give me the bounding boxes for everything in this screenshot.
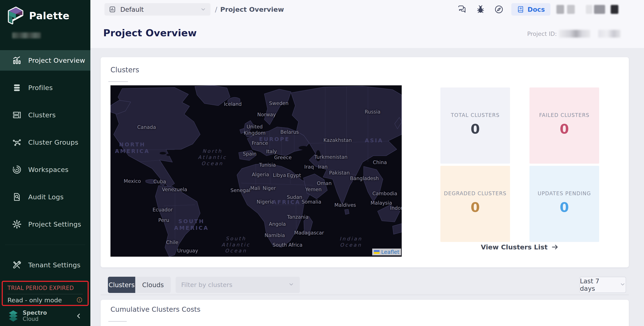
doc-search-icon (12, 192, 22, 202)
redacted-chip (567, 5, 575, 14)
redacted-project-id-2 (598, 30, 620, 37)
redacted-chip (586, 5, 592, 14)
brand-spectro: Spectro (23, 310, 47, 316)
costs-card-title: Cumulative Clusters Costs (110, 305, 200, 314)
sidebar-collapse-button[interactable] (75, 312, 83, 320)
chat-bubbles-icon (458, 5, 467, 14)
chevron-down-icon (200, 6, 206, 12)
stat-value: 0 (470, 199, 480, 215)
view-clusters-list-label: View Clusters List (481, 243, 548, 251)
project-selector[interactable]: Default (104, 3, 210, 15)
sidebar-item-label: Cluster Groups (28, 139, 78, 146)
feedback-chat-button[interactable] (456, 3, 468, 15)
ukraine-flag-icon (374, 250, 380, 254)
chevron-left-icon (75, 312, 83, 320)
project-selector-value: Default (120, 6, 144, 13)
filter-placeholder: Filter by clusters (181, 281, 232, 289)
chevron-down-icon (620, 281, 626, 288)
world-map-svg (110, 85, 402, 257)
sidebar-item-audit-logs[interactable]: Audit Logs (0, 187, 90, 207)
gear-icon (12, 219, 22, 229)
section-divider (101, 295, 629, 295)
project-id-row: Project ID: (527, 30, 620, 37)
project-chart-icon (109, 6, 116, 13)
chevron-down-icon (288, 281, 294, 288)
warning-octagon-icon[interactable] (76, 297, 83, 304)
sidebar-item-workspaces[interactable]: Workspaces (0, 159, 90, 180)
report-bug-button[interactable] (474, 3, 486, 15)
sidebar-item-project-settings[interactable]: Project Settings (0, 214, 90, 234)
breadcrumb: / Project Overview (215, 0, 284, 19)
docs-button-label: Docs (528, 6, 545, 13)
redacted-project-id (559, 30, 590, 37)
clusters-card-title: Clusters (110, 66, 139, 74)
sidebar-item-label: Workspaces (28, 166, 68, 173)
arrow-right-icon (551, 243, 559, 251)
stat-label: TOTAL CLUSTERS (451, 112, 500, 118)
stat-value: 0 (560, 121, 569, 137)
stat-card-failed-clusters: FAILED CLUSTERS0 (530, 87, 599, 164)
redacted-chip (594, 5, 605, 14)
content: Clusters (90, 48, 644, 326)
clusters-clouds-tabs: ClustersClouds (108, 277, 171, 293)
read-only-mode-label: Read - only mode (8, 297, 62, 304)
date-range-value: Last 7 days (580, 277, 616, 292)
redacted-chip (611, 5, 618, 14)
sidebar: Palette Project OverviewProfilesClusters… (0, 0, 90, 326)
book-icon (517, 5, 524, 13)
view-clusters-list-link[interactable]: View Clusters List (440, 243, 599, 251)
page-header: Project Overview Project ID: (90, 19, 644, 48)
sidebar-item-label: Clusters (28, 111, 56, 119)
stat-label: FAILED CLUSTERS (539, 112, 590, 118)
sidebar-item-cluster-groups[interactable]: Cluster Groups (0, 132, 90, 153)
sidebar-item-label: Profiles (28, 84, 53, 92)
map-attribution: Leaflet (372, 249, 401, 255)
main-area: Default / Project Overview (90, 0, 644, 326)
date-range-selector[interactable]: Last 7 days (580, 277, 626, 293)
topbar: Default / Project Overview (90, 0, 644, 19)
orbit-icon (12, 165, 22, 174)
filter-by-clusters-select[interactable]: Filter by clusters (176, 277, 300, 293)
cluster-stats-grid: TOTAL CLUSTERS0FAILED CLUSTERS0DEGRADED … (440, 87, 599, 242)
server-icon (12, 110, 22, 120)
sidebar-item-label: Tenant Settings (28, 261, 80, 269)
cumulative-costs-card: Cumulative Clusters Costs (101, 300, 629, 326)
sidebar-footer: Spectro Cloud (8, 310, 83, 322)
app-name: Palette (29, 10, 70, 21)
app-logo: Palette (6, 5, 70, 27)
sidebar-item-tenant-settings[interactable]: Tenant Settings (0, 255, 90, 275)
sidebar-item-clusters[interactable]: Clusters (0, 105, 90, 125)
breadcrumb-current[interactable]: Project Overview (220, 5, 284, 13)
brand-cloud: Cloud (23, 316, 47, 322)
stat-card-updates-pending: UPDATES PENDING0 (530, 166, 599, 242)
palette-logo-icon (6, 5, 25, 27)
topbar-actions: Docs (456, 0, 644, 19)
sidebar-item-project-overview[interactable]: Project Overview (0, 50, 90, 71)
sidebar-divider (5, 245, 85, 245)
title-underline (108, 81, 128, 82)
clusters-world-map[interactable]: IcelandSwedenNorwayRussiaCanadaUnited Ki… (110, 85, 402, 257)
docs-button[interactable]: Docs (511, 3, 550, 15)
stat-card-degraded-clusters: DEGRADED CLUSTERS0 (440, 166, 510, 242)
tools-icon (12, 260, 22, 270)
node-graph-icon (12, 137, 22, 147)
trial-divider (8, 294, 83, 294)
stat-label: UPDATES PENDING (538, 190, 591, 196)
tab-clusters[interactable]: Clusters (108, 277, 135, 293)
leaflet-attribution-link[interactable]: Leaflet (381, 249, 399, 255)
sidebar-item-label: Project Overview (28, 56, 85, 64)
trial-expired-banner: TRIAL PERIOD EXPIRED Read - only mode (2, 281, 89, 306)
explore-compass-button[interactable] (493, 3, 505, 15)
title-underline (108, 321, 127, 322)
redacted-user-chips (556, 5, 618, 14)
layers-icon (12, 83, 22, 93)
sidebar-item-label: Project Settings (28, 220, 81, 228)
project-id-label: Project ID: (527, 30, 557, 37)
sidebar-item-profiles[interactable]: Profiles (0, 77, 90, 98)
spectro-cloud-logo-icon (8, 310, 19, 322)
tab-clouds[interactable]: Clouds (135, 277, 171, 293)
stat-card-total-clusters: TOTAL CLUSTERS0 (440, 87, 510, 164)
sidebar-item-label: Audit Logs (28, 193, 64, 201)
redacted-chip (556, 5, 564, 14)
stat-label: DEGRADED CLUSTERS (444, 190, 506, 196)
